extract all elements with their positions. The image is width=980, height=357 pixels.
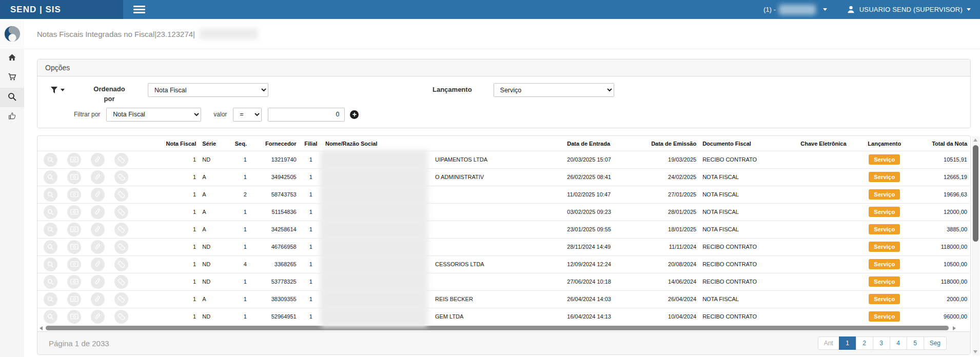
cell-documento_fiscal: NOTA FISCAL (699, 186, 787, 203)
banknote-action-button[interactable] (67, 170, 81, 184)
paperclip-action-button[interactable] (91, 310, 105, 324)
search-action-button[interactable] (44, 257, 57, 271)
horizontal-scrollbar-thumb[interactable] (46, 326, 949, 330)
banknote-action-button[interactable] (67, 188, 81, 202)
banknote-action-button[interactable] (67, 310, 81, 324)
cell-lancamento: Serviço (859, 151, 909, 168)
banknote-action-button[interactable] (67, 292, 81, 306)
user-menu[interactable]: USUARIO SEND (SUPERVISOR) (847, 5, 971, 14)
paperclip-action-button[interactable] (91, 170, 105, 184)
chevron-down-icon[interactable] (823, 8, 827, 11)
cell-lancamento: Serviço (859, 221, 909, 238)
cell-seq: 1 (225, 290, 250, 308)
paperclip-action-button[interactable] (91, 240, 105, 254)
lancamento-badge: Serviço (869, 207, 900, 217)
paperclip-action-button[interactable] (91, 188, 105, 202)
cell-documento_fiscal: NOTA FISCAL (699, 203, 787, 221)
redacted-blur (320, 306, 428, 328)
scroll-left-arrow-icon[interactable] (40, 326, 43, 330)
cell-serie: A (199, 221, 225, 238)
ticket-action-button[interactable] (114, 170, 128, 184)
ticket-action-button[interactable] (114, 205, 128, 219)
table-row: 1A258743753111/02/2025 10:4727/01/2025NO… (37, 186, 970, 203)
banknote-action-button[interactable] (67, 257, 81, 271)
banknote-action-button[interactable] (67, 275, 81, 289)
paperclip-action-button[interactable] (91, 275, 105, 289)
vertical-scrollbar-thumb[interactable] (973, 145, 978, 242)
scroll-right-arrow-icon[interactable] (953, 326, 956, 330)
operator-select[interactable]: = (233, 108, 262, 122)
search-icon (8, 92, 16, 103)
topbar-right: (1) - USUARIO SEND (SUPERVISOR) (763, 5, 980, 15)
ticket-action-button[interactable] (114, 240, 128, 254)
search-action-button[interactable] (44, 153, 57, 167)
sidebar-item-home[interactable] (0, 49, 24, 68)
horizontal-scrollbar[interactable] (38, 326, 969, 331)
search-action-button[interactable] (44, 275, 57, 289)
filter-value-input[interactable] (268, 108, 345, 122)
cell-fornecedor: 34942505 (250, 168, 300, 186)
cell-seq: 1 (225, 151, 250, 168)
column-header-actions (37, 136, 154, 151)
ticket-action-button[interactable] (114, 223, 128, 236)
cell-filial: 1 (300, 273, 322, 290)
search-action-button[interactable] (44, 223, 57, 236)
cell-data_emissao: 10/04/2024 (641, 308, 699, 325)
cell-lancamento: Serviço (859, 168, 909, 186)
paperclip-action-button[interactable] (91, 223, 105, 236)
cell-serie: A (199, 168, 225, 186)
pagination-next[interactable]: Seg (924, 336, 947, 350)
cell-razao-social (322, 273, 564, 290)
vertical-scrollbar[interactable] (972, 136, 979, 355)
scroll-up-arrow-icon[interactable] (973, 138, 977, 142)
pagination-page-4[interactable]: 4 (890, 336, 907, 350)
sidebar-item-cart[interactable] (0, 68, 24, 88)
filter-by-select[interactable]: Nota Fiscal (106, 108, 201, 122)
column-header: Filial (300, 136, 322, 151)
cell-serie: A (199, 203, 225, 221)
sidebar-item-search[interactable] (0, 88, 24, 107)
search-action-button[interactable] (44, 188, 57, 202)
cell-fornecedor: 46766958 (250, 238, 300, 255)
cell-documento_fiscal: NOTA FISCAL (699, 290, 787, 308)
hamburger-menu-icon[interactable] (131, 2, 147, 17)
ticket-action-button[interactable] (114, 257, 128, 271)
column-header: Seq. (225, 136, 250, 151)
pagination-page-2[interactable]: 2 (856, 336, 873, 350)
scroll-down-arrow-icon[interactable] (973, 350, 977, 353)
search-action-button[interactable] (44, 292, 57, 306)
paperclip-action-button[interactable] (91, 205, 105, 219)
search-action-button[interactable] (44, 170, 57, 184)
paperclip-action-button[interactable] (91, 292, 105, 306)
search-action-button[interactable] (44, 240, 57, 254)
ticket-action-button[interactable] (114, 310, 128, 324)
ticket-action-button[interactable] (114, 188, 128, 202)
lancamento-select[interactable]: Serviço (494, 83, 614, 97)
app-logo (0, 19, 24, 49)
pagination-page-5[interactable]: 5 (907, 336, 924, 350)
banknote-action-button[interactable] (67, 153, 81, 167)
search-action-button[interactable] (44, 205, 57, 219)
paperclip-action-button[interactable] (91, 257, 105, 271)
ticket-action-button[interactable] (114, 275, 128, 289)
banknote-action-button[interactable] (67, 240, 81, 254)
table-body: 1ND1132197401UIPAMENTOS LTDA20/03/2025 1… (37, 151, 970, 325)
valor-label: valor (213, 111, 227, 118)
pagination-page-1[interactable]: 1 (839, 336, 856, 350)
pagination-prev[interactable]: Ant (818, 336, 839, 350)
ticket-action-button[interactable] (114, 292, 128, 306)
cell-seq: 4 (225, 255, 250, 273)
filter-funnel-button[interactable] (50, 86, 65, 94)
banknote-action-button[interactable] (67, 223, 81, 236)
search-action-button[interactable] (44, 310, 57, 324)
paperclip-action-button[interactable] (91, 153, 105, 167)
add-filter-button[interactable]: + (350, 110, 359, 119)
table-row: 1ND433682651CESSORIOS LTDA12/09/2024 12:… (37, 255, 970, 273)
banknote-action-button[interactable] (67, 205, 81, 219)
ordered-by-select[interactable]: Nota Fiscal (148, 83, 268, 97)
sidebar-item-thumbs-up[interactable] (0, 107, 24, 127)
ticket-action-button[interactable] (114, 153, 128, 167)
pagination-page-3[interactable]: 3 (873, 336, 890, 350)
table-footer: Página 1 de 2033 Ant12345Seg (37, 331, 970, 354)
cell-chave (787, 186, 859, 203)
